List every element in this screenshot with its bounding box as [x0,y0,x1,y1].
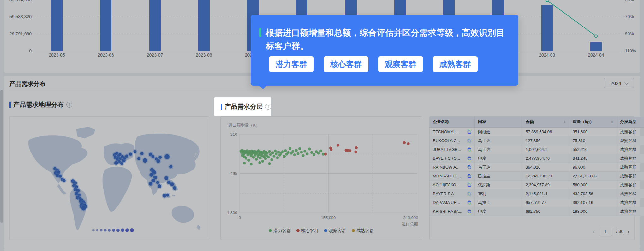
tooltip-segment-button[interactable]: 成熟客群 [433,56,478,72]
tooltip-segment-button[interactable]: 核心客群 [324,56,368,72]
tooltip-text: 根据进口额增量和总额，综合评估并区分需求等级，高效识别目标客户群。 [266,26,509,53]
info-icon[interactable]: ! [265,104,271,110]
tooltip-accent-bar [259,28,261,37]
strat-panel-title-spotlight: 产品需求分层 ! [214,97,271,116]
tooltip-buttons: 潜力客群核心客群观察客群成熟客群 [269,56,478,72]
tour-tooltip: 根据进口额增量和总额，综合评估并区分需求等级，高效识别目标客户群。 潜力客群核心… [251,15,518,86]
tooltip-segment-button[interactable]: 观察客群 [378,56,423,72]
tooltip-segment-button[interactable]: 潜力客群 [269,56,314,72]
strat-panel-title-label: 产品需求分层 [225,102,263,111]
title-accent-bar [221,104,222,110]
